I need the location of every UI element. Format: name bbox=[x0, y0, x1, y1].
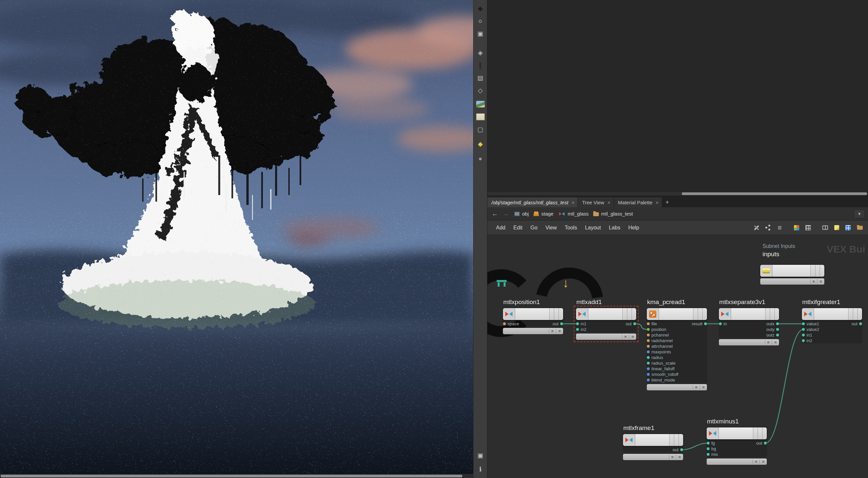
node-flag-segment[interactable] bbox=[679, 434, 683, 446]
radius_scale-input-port[interactable] bbox=[647, 362, 650, 364]
pchannel-input-port[interactable] bbox=[647, 333, 650, 337]
node-flag-segment[interactable] bbox=[693, 308, 698, 320]
position-input-port[interactable] bbox=[647, 328, 650, 331]
ring-badge-tool-icon[interactable] bbox=[497, 280, 506, 289]
outz-output-port[interactable] bbox=[776, 333, 779, 337]
close-tab-icon[interactable]: × bbox=[572, 200, 575, 205]
forward-button[interactable]: → bbox=[502, 210, 510, 218]
grid-color-icon[interactable] bbox=[792, 223, 801, 232]
breadcrumb-item-mtl_glass[interactable]: mtl_glass bbox=[557, 210, 590, 218]
pane-tab-1[interactable]: Tree View× bbox=[578, 197, 614, 207]
menu-labs[interactable]: Labs bbox=[605, 225, 624, 231]
flipbook-icon[interactable] bbox=[475, 111, 486, 122]
node-output-bar[interactable]: ≡≡ bbox=[503, 327, 563, 334]
close-tab-icon[interactable]: × bbox=[608, 200, 611, 205]
node-flag-segment[interactable] bbox=[558, 308, 563, 320]
viewport-scrollbar-handle[interactable] bbox=[1, 475, 462, 477]
node-mtlxadd1[interactable]: mtlxadd1in1outin2≡≡ bbox=[576, 308, 637, 340]
palette-grid-icon[interactable] bbox=[844, 223, 852, 232]
menu-tools[interactable]: Tools bbox=[561, 225, 581, 231]
in2-input-port[interactable] bbox=[802, 339, 805, 342]
sticky-note-icon[interactable] bbox=[832, 223, 841, 232]
node-flag-segment[interactable] bbox=[631, 308, 636, 320]
in1-input-port[interactable] bbox=[802, 333, 805, 337]
node-flag-segment[interactable] bbox=[765, 308, 770, 320]
out-output-port[interactable] bbox=[633, 322, 636, 325]
network-graph[interactable]: VEX Bui Subnet Inputs inputs ≡≡mtlxposit… bbox=[487, 235, 868, 478]
node-body[interactable] bbox=[576, 308, 637, 320]
node-flag-segment[interactable] bbox=[698, 308, 702, 320]
node-output-bar[interactable]: ≡≡ bbox=[647, 384, 707, 391]
in2-input-port[interactable] bbox=[576, 328, 579, 331]
out-output-port[interactable] bbox=[764, 442, 767, 445]
pin-icon[interactable]: ◆ bbox=[475, 3, 486, 14]
node-flag-segment[interactable] bbox=[820, 265, 824, 277]
node-kma_pcread1[interactable]: kma_pcread1fileresultpositionpchannelrad… bbox=[647, 308, 707, 391]
node-flag-segment[interactable] bbox=[627, 308, 631, 320]
maxpoints-input-port[interactable] bbox=[647, 350, 650, 353]
out-output-port[interactable] bbox=[859, 322, 862, 325]
node-flag-segment[interactable] bbox=[753, 427, 757, 439]
value1-input-port[interactable] bbox=[802, 322, 805, 325]
menu-help[interactable]: Help bbox=[624, 225, 643, 231]
node-flag-segment[interactable] bbox=[770, 308, 774, 320]
node-body[interactable] bbox=[760, 264, 825, 277]
down-ring-badge-ring[interactable] bbox=[541, 273, 597, 297]
node-flag-segment[interactable] bbox=[810, 265, 815, 277]
node-body[interactable] bbox=[706, 427, 767, 440]
radchannel-input-port[interactable] bbox=[647, 339, 650, 342]
pane-tab-0[interactable]: /obj/stage/mtl_glass/mtl_glass_test× bbox=[487, 197, 578, 207]
pane-scrollbar[interactable] bbox=[487, 192, 868, 195]
out-output-port[interactable] bbox=[680, 448, 683, 451]
path-dropdown-button[interactable]: ▼ bbox=[854, 210, 865, 218]
grid-icon[interactable] bbox=[804, 223, 812, 232]
node-body[interactable] bbox=[802, 308, 862, 320]
node-flag-segment[interactable] bbox=[858, 308, 862, 320]
back-button[interactable]: ← bbox=[491, 210, 499, 218]
menu-view[interactable]: View bbox=[541, 225, 560, 231]
file-input-port[interactable] bbox=[647, 322, 650, 325]
node-output-bar[interactable]: ≡≡ bbox=[760, 278, 825, 285]
out-output-port[interactable] bbox=[560, 322, 563, 325]
node-flag-segment[interactable] bbox=[674, 434, 679, 446]
mix-input-port[interactable] bbox=[707, 453, 710, 456]
render-viewport[interactable] bbox=[0, 0, 473, 478]
linear_falloff-input-port[interactable] bbox=[647, 367, 650, 370]
breadcrumb-item-obj[interactable]: obj bbox=[513, 210, 530, 218]
space-input-port[interactable] bbox=[503, 322, 506, 325]
render-region-icon[interactable]: ◆ bbox=[475, 138, 486, 150]
result-output-port[interactable] bbox=[704, 322, 707, 325]
breadcrumb-item-mtl_glass_test[interactable]: mtl_glass_test bbox=[592, 210, 634, 218]
radius-input-port[interactable] bbox=[647, 356, 650, 359]
bg-input-port[interactable] bbox=[707, 447, 710, 450]
node-body[interactable] bbox=[623, 434, 683, 446]
node-flag-segment[interactable] bbox=[853, 308, 858, 320]
node-mtlxseparate3v1[interactable]: mtlxseparate3v1inoutxoutyoutz≡≡ bbox=[718, 308, 779, 346]
node-flag-segment[interactable] bbox=[762, 427, 767, 439]
blend_mode-input-port[interactable] bbox=[647, 379, 650, 381]
node-body[interactable] bbox=[718, 308, 779, 320]
node-output-bar[interactable]: ≡≡ bbox=[576, 333, 637, 340]
info-icon[interactable]: ℹ bbox=[475, 464, 486, 475]
node-output-bar[interactable]: ≡≡ bbox=[718, 339, 779, 346]
fg-input-port[interactable] bbox=[707, 442, 710, 445]
pane-scrollbar-handle[interactable] bbox=[682, 192, 867, 195]
node-flag-segment[interactable] bbox=[669, 434, 674, 446]
node-mtlxframe1[interactable]: mtlxframe1out≡≡ bbox=[623, 434, 683, 460]
ring-badge-down-arrow-icon[interactable]: ↓ bbox=[562, 277, 569, 289]
value2-input-port[interactable] bbox=[802, 328, 805, 331]
node-flag-segment[interactable] bbox=[622, 308, 627, 320]
node-flag-segment[interactable] bbox=[848, 308, 853, 320]
node-flag-segment[interactable] bbox=[815, 265, 820, 277]
camera-icon[interactable]: ▣ bbox=[475, 28, 486, 39]
split-pane-icon[interactable] bbox=[821, 223, 829, 232]
lamp-icon[interactable]: ○ bbox=[475, 15, 486, 27]
node-body[interactable] bbox=[503, 308, 563, 320]
menu-add[interactable]: Add bbox=[492, 225, 509, 231]
menu-edit[interactable]: Edit bbox=[509, 225, 526, 231]
node-flag-segment[interactable] bbox=[549, 308, 554, 320]
pause-icon[interactable]: ∥ bbox=[475, 60, 486, 71]
outx-output-port[interactable] bbox=[776, 322, 779, 325]
in-input-port[interactable] bbox=[719, 322, 722, 325]
pane-tab-2[interactable]: Material Palette× bbox=[614, 197, 662, 207]
